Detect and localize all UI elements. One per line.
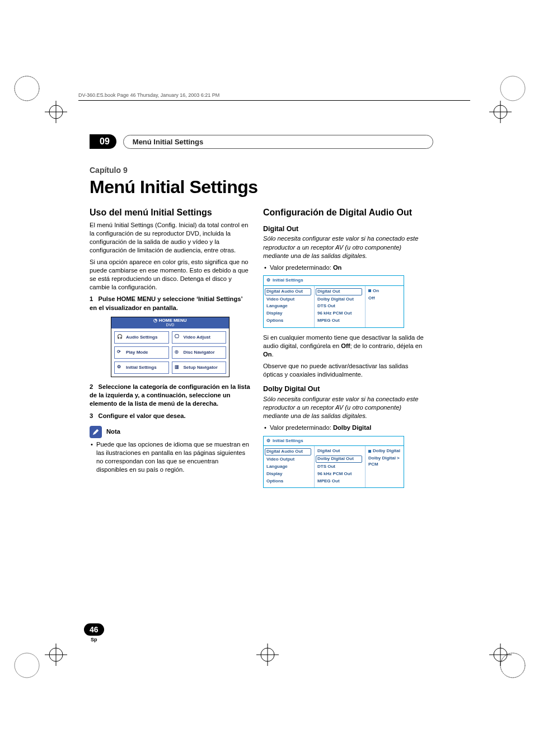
home-menu-subtitle: DVD	[111, 323, 229, 327]
crop-mark-icon	[45, 101, 67, 123]
page: DV-360.ES.book Page 46 Thursday, January…	[0, 0, 534, 756]
menu-item: ▥Setup Navigator	[172, 361, 227, 374]
list-item: DTS Out	[317, 303, 362, 309]
body-text: El menú Initial Settings (Config. Inicia…	[90, 221, 251, 255]
right-column: Configuración de Digital Audio Out Digit…	[263, 206, 424, 494]
settings-category-list: Digital Audio Out Video Output Language …	[264, 446, 315, 487]
value-label: Dolby Digital	[373, 448, 400, 453]
menu-item: ◎Disc Navigator	[172, 346, 227, 359]
list-item: Display	[266, 471, 311, 477]
language-code: Sp	[84, 637, 104, 642]
list-item: Dolby Digital Out	[316, 456, 362, 463]
step-text: 2 Seleccione la categoría de configuraci…	[90, 383, 251, 408]
italic-note: Sólo necesita configurar este valor si h…	[263, 234, 424, 260]
initial-settings-screenshot: ⚙Initial Settings Digital Audio Out Vide…	[263, 275, 404, 328]
crop-mark-icon	[489, 101, 512, 123]
svg-point-2	[500, 76, 525, 101]
default-value-line: Valor predeterminado: Dolby Digital	[263, 424, 424, 432]
step-text: 1 Pulse HOME MENU y seleccione ‘Initial …	[90, 295, 251, 312]
list-item: Dolby Digital > PCM	[368, 456, 401, 468]
menu-item-label: Video Adjust	[184, 335, 210, 341]
menu-item: 🎧Audio Settings	[114, 331, 169, 344]
note-bullet: Puede que las opciones de idioma que se …	[90, 440, 251, 474]
list-item: Options	[266, 478, 311, 485]
gear-icon: ⚙	[266, 278, 270, 284]
bold-run: Off	[341, 342, 350, 349]
list-item: DTS Out	[317, 464, 362, 470]
left-column: Uso del menú Initial Settings El menú In…	[90, 206, 251, 494]
subsection-heading: Dolby Digital Out	[263, 384, 424, 394]
crop-mark-icon	[489, 644, 512, 666]
list-item: Digital Audio Out	[265, 288, 311, 295]
list-item: 96 kHz PCM Out	[317, 471, 362, 477]
home-menu-screenshot: ◔ HOME MENU DVD 🎧Audio Settings 🖵Video A…	[111, 317, 229, 377]
italic-note: Sólo necesita configurar este valor si h…	[263, 395, 424, 420]
chapter-subtitle: Capítulo 9	[90, 166, 437, 175]
bold-run: On	[263, 351, 272, 358]
settings-option-list: Digital Out Dolby Digital Out DTS Out 96…	[315, 446, 365, 487]
list-item: Digital Audio Out	[265, 448, 311, 456]
page-number: 46	[84, 623, 104, 636]
menu-item: 🖵Video Adjust	[172, 331, 227, 344]
list-item: Dolby Digital	[368, 448, 401, 454]
clock-icon: ◔	[153, 318, 158, 323]
repeat-icon: ⟳	[117, 349, 124, 356]
list-item: Digital Out	[316, 288, 362, 295]
step-label: Seleccione la categoría de configuración…	[90, 383, 250, 407]
note-block: Nota	[90, 426, 251, 438]
chapter-title: Menú Initial Settings	[90, 177, 437, 198]
menu-item-label: Play Mode	[126, 350, 148, 356]
monitor-icon: 🖵	[175, 334, 181, 341]
subsection-heading: Digital Out	[263, 224, 424, 234]
step-label: Pulse HOME MENU y seleccione ‘Initial Se…	[90, 295, 242, 311]
list-item: MPEG Out	[317, 478, 362, 485]
list-item: MPEG Out	[317, 318, 362, 324]
list-item: Video Output	[266, 457, 311, 463]
list-item: Language	[266, 303, 311, 309]
list-item: Digital Out	[317, 448, 362, 454]
settings-box-title: Initial Settings	[273, 278, 303, 284]
list-item: On	[368, 288, 401, 294]
text-run: ; de lo contrario, déjela en	[350, 342, 422, 349]
menu-item-label: Setup Navigator	[184, 365, 218, 371]
wizard-icon: ▥	[175, 364, 181, 371]
value-label: On	[373, 288, 379, 293]
step-number: 1	[90, 295, 93, 302]
menu-item: ⟳Play Mode	[114, 346, 169, 359]
settings-value-list: On Off	[365, 286, 404, 327]
chapter-header-pill: Menú Initial Settings	[123, 135, 433, 149]
list-item: Off	[368, 295, 401, 302]
selected-marker-icon	[368, 450, 371, 453]
chapter-number-badge: 09	[90, 134, 116, 149]
menu-item: ⚙Initial Settings	[114, 361, 169, 374]
body-text: Si una opción aparece en color gris, est…	[90, 258, 251, 292]
list-item: 96 kHz PCM Out	[317, 311, 362, 317]
section-heading: Configuración de Digital Audio Out	[263, 206, 424, 219]
settings-value-list: Dolby Digital Dolby Digital > PCM	[365, 446, 404, 487]
section-heading: Uso del menú Initial Settings	[90, 206, 251, 219]
home-menu-title-text: HOME MENU	[159, 318, 187, 323]
gear-icon: ⚙	[117, 364, 124, 371]
svg-point-3	[15, 653, 39, 678]
note-bullet-text: Puede que las opciones de idioma que se …	[96, 440, 251, 474]
list-item: Dolby Digital Out	[317, 297, 362, 303]
default-value: Dolby Digital	[333, 424, 371, 431]
menu-item-label: Disc Navigator	[184, 350, 215, 356]
menu-item-label: Initial Settings	[126, 365, 157, 371]
default-value-line: Valor predeterminado: On	[263, 264, 424, 272]
gear-icon: ⚙	[266, 438, 270, 444]
list-item: Language	[266, 464, 311, 470]
settings-category-list: Digital Audio Out Video Output Language …	[264, 286, 315, 327]
note-label: Nota	[106, 428, 120, 436]
selected-marker-icon	[368, 289, 371, 292]
settings-option-list: Digital Out Dolby Digital Out DTS Out 96…	[315, 286, 365, 327]
headphones-icon: 🎧	[117, 334, 124, 341]
step-number: 3	[90, 412, 93, 419]
initial-settings-screenshot: ⚙Initial Settings Digital Audio Out Vide…	[263, 436, 404, 489]
body-text: Observe que no puede activar/desactivar …	[263, 362, 424, 379]
default-prefix: Valor predeterminado:	[270, 424, 333, 431]
page-number-block: 46 Sp	[84, 623, 104, 642]
crop-mark-icon	[256, 644, 279, 666]
disc-icon: ◎	[175, 349, 181, 356]
default-value: On	[333, 264, 342, 271]
